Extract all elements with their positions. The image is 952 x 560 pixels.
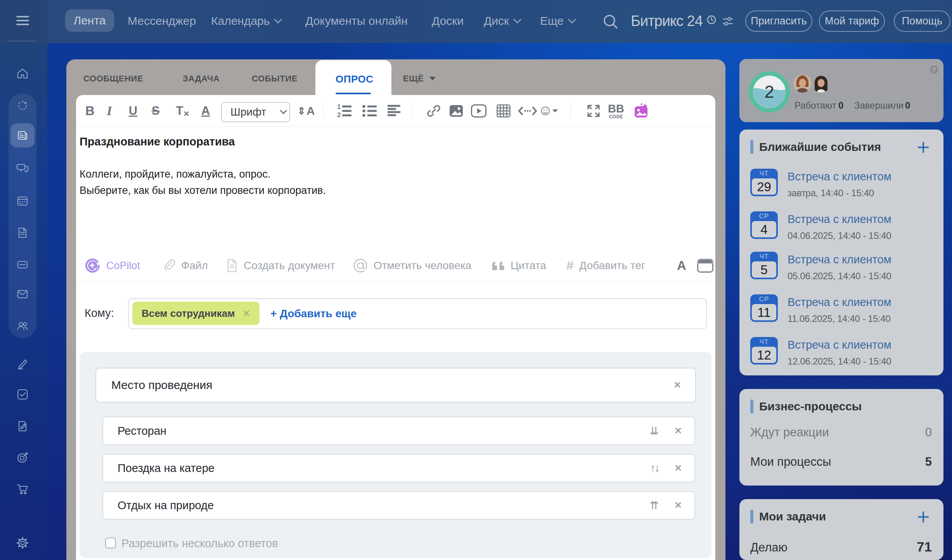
svg-text:2: 2 bbox=[337, 111, 341, 118]
svg-text:?: ? bbox=[932, 66, 936, 73]
svg-text:1: 1 bbox=[337, 104, 341, 111]
